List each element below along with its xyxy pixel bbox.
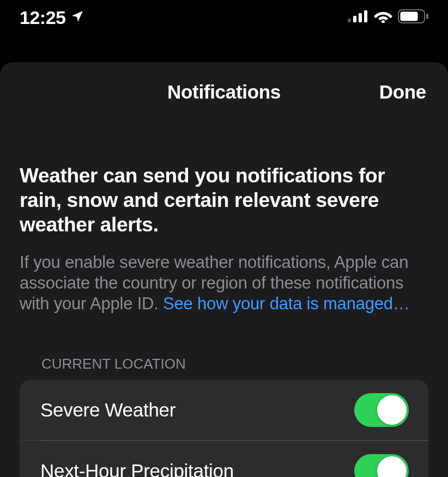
content-area: Weather can send you notifications for r… — [0, 122, 448, 477]
status-bar: 12:25 — [0, 0, 448, 35]
svg-rect-0 — [348, 19, 351, 22]
done-button[interactable]: Done — [379, 81, 426, 103]
modal-header: Notifications Done — [0, 62, 448, 122]
status-bar-right — [348, 9, 428, 26]
row-label-next-hour-precipitation: Next-Hour Precipitation — [40, 460, 234, 477]
svg-rect-3 — [364, 10, 367, 22]
svg-rect-6 — [401, 12, 418, 21]
toggle-severe-weather[interactable] — [354, 393, 409, 427]
settings-group-current-location: Severe Weather Next-Hour Precipitation — [20, 380, 428, 477]
svg-rect-2 — [359, 13, 362, 22]
toggle-next-hour-precipitation[interactable] — [354, 454, 409, 477]
cellular-signal-icon — [348, 10, 368, 25]
toggle-knob — [377, 456, 407, 477]
section-header-current-location: CURRENT LOCATION — [20, 356, 428, 380]
svg-rect-7 — [426, 14, 428, 19]
intro-subtext: If you enable severe weather notificatio… — [20, 252, 428, 314]
modal-sheet: Notifications Done Weather can send you … — [0, 62, 448, 477]
settings-row-severe-weather: Severe Weather — [20, 380, 428, 441]
svg-point-4 — [382, 20, 385, 23]
svg-rect-1 — [353, 16, 356, 22]
status-bar-left: 12:25 — [20, 7, 84, 28]
battery-icon — [398, 9, 428, 26]
location-icon — [71, 10, 84, 25]
settings-row-next-hour-precipitation: Next-Hour Precipitation — [20, 441, 428, 477]
row-label-severe-weather: Severe Weather — [40, 399, 175, 421]
data-management-link[interactable]: See how your data is managed… — [163, 294, 410, 313]
intro-heading: Weather can send you notifications for r… — [20, 163, 428, 237]
toggle-knob — [377, 395, 407, 425]
status-time: 12:25 — [20, 7, 65, 28]
page-title: Notifications — [167, 81, 281, 103]
wifi-icon — [374, 10, 392, 25]
